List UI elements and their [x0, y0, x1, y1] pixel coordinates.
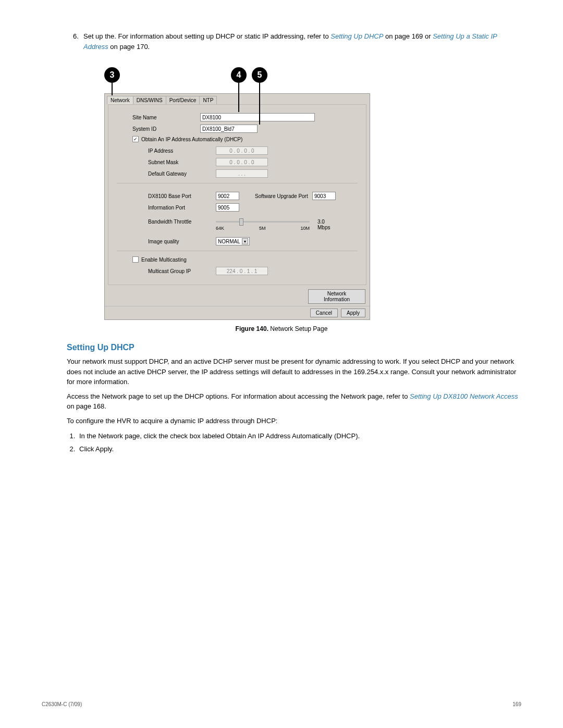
- input-base-port[interactable]: 9002: [216, 192, 239, 200]
- chevron-down-icon: ▼: [242, 238, 248, 244]
- label-info-port: Information Port: [148, 205, 216, 211]
- tick-5m: 5M: [259, 226, 266, 231]
- figure-number: Figure 140.: [236, 325, 268, 332]
- checkbox-dhcp[interactable]: ✓: [132, 136, 139, 142]
- tab-port-device[interactable]: Port/Device: [166, 96, 200, 104]
- label-site-name: Site Name: [132, 115, 200, 120]
- tab-dns-wins[interactable]: DNS/WINS: [133, 96, 166, 104]
- link-network-access[interactable]: Setting Up DX8100 Network Access: [410, 392, 518, 400]
- slider-bandwidth[interactable]: [216, 221, 310, 223]
- input-subnet-mask[interactable]: 0 . 0 . 0 . 0: [216, 158, 268, 166]
- para-dhcp-2: Access the Network page to set up the DH…: [67, 391, 521, 412]
- checkbox-multicast[interactable]: [132, 256, 139, 263]
- cancel-button[interactable]: Cancel: [310, 309, 338, 317]
- tab-ntp[interactable]: NTP: [199, 96, 217, 104]
- select-image-quality[interactable]: NORMAL ▼: [216, 237, 250, 245]
- section-heading-dhcp: Setting Up DHCP: [67, 343, 521, 352]
- tick-10m: 10M: [300, 226, 310, 231]
- network-setup-screenshot: Network DNS/WINS Port/Device NTP Site Na…: [104, 93, 370, 320]
- input-upgrade-port[interactable]: 9003: [312, 192, 336, 200]
- dhcp-step-1: In the Network page, click the check box…: [77, 430, 521, 443]
- label-base-port: DX8100 Base Port: [148, 193, 216, 199]
- para-dhcp-3: To configure the HVR to acquire a dynami…: [67, 416, 521, 426]
- label-dhcp-checkbox: Obtain An IP Address Automatically (DHCP…: [141, 137, 242, 142]
- label-multicast-ip: Multicast Group IP: [148, 268, 216, 274]
- page-footer: C2630M-C (7/09) 169: [42, 701, 521, 707]
- label-upgrade-port: Software Upgrade Port: [255, 193, 312, 199]
- bandwidth-value: 3.0 Mbps: [317, 219, 330, 230]
- tick-64k: 64K: [216, 226, 224, 231]
- select-value: NORMAL: [218, 239, 240, 244]
- callout-4: 4: [231, 67, 247, 83]
- step6-tail: on page 170.: [110, 43, 150, 51]
- label-bandwidth: Bandwidth Throttle: [148, 219, 216, 225]
- figure-title: Network Setup Page: [268, 325, 327, 332]
- input-ip-address[interactable]: 0 . 0 . 0 . 0: [216, 146, 268, 155]
- tab-network[interactable]: Network: [107, 96, 133, 104]
- callout-line-3: [112, 83, 113, 95]
- slider-thumb[interactable]: [239, 218, 243, 226]
- label-system-id: System ID: [132, 126, 200, 132]
- input-default-gateway[interactable]: . . .: [216, 169, 268, 178]
- label-multicast-checkbox: Enable Multicasting: [141, 257, 187, 263]
- footer-page-number: 169: [512, 701, 521, 707]
- footer-doc-id: C2630M-C (7/09): [42, 701, 82, 707]
- input-site-name[interactable]: DX8100: [200, 113, 315, 121]
- figure-container: 3 4 5 Network DNS/WINS Port/Device NTP S…: [104, 67, 521, 332]
- input-system-id[interactable]: DX8100_Bld7: [200, 125, 258, 133]
- label-default-gateway: Default Gateway: [148, 171, 216, 177]
- step6-intro: Set up the. For information about settin…: [83, 32, 331, 40]
- step6-mid: on page 169 or: [385, 32, 433, 40]
- callout-5: 5: [252, 67, 267, 83]
- input-multicast-ip[interactable]: 224 . 0 . 1 . 1: [216, 267, 268, 275]
- para2-pre: Access the Network page to set up the DH…: [67, 392, 410, 400]
- step-number: 6.: [73, 31, 83, 52]
- input-info-port[interactable]: 9005: [216, 203, 239, 212]
- para-dhcp-1: Your network must support DHCP, and an a…: [67, 356, 521, 387]
- callout-3: 3: [104, 67, 120, 83]
- callout-line-4: [238, 83, 239, 112]
- dhcp-step-2: Click Apply.: [77, 443, 521, 456]
- label-subnet-mask: Subnet Mask: [148, 159, 216, 165]
- network-information-button[interactable]: Network Information: [308, 289, 365, 304]
- label-ip-address: IP Address: [148, 148, 216, 154]
- step-6: 6. Set up the. For information about set…: [73, 31, 521, 52]
- step-text: Set up the. For information about settin…: [83, 31, 521, 52]
- para2-post: on page 168.: [67, 402, 106, 410]
- apply-button[interactable]: Apply: [341, 309, 365, 317]
- dhcp-steps: In the Network page, click the check box…: [77, 430, 521, 455]
- figure-caption: Figure 140. Network Setup Page: [42, 325, 521, 332]
- label-image-quality: Image quality: [148, 239, 216, 244]
- link-setting-up-dhcp[interactable]: Setting Up DHCP: [331, 32, 383, 40]
- callout-line-5: [259, 83, 260, 125]
